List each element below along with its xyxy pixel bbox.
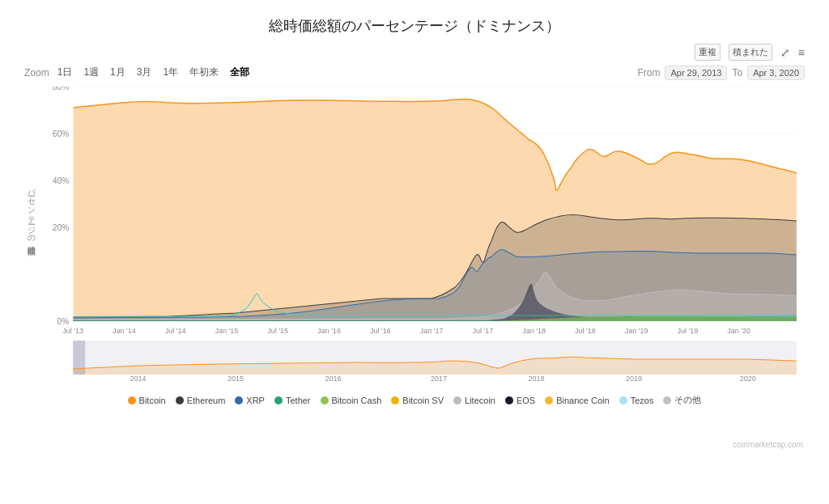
svg-text:Jul '15: Jul '15 — [267, 327, 288, 335]
zoom-1m[interactable]: 1月 — [107, 65, 129, 80]
from-label: From — [637, 67, 660, 78]
legend-label: EOS — [517, 396, 535, 405]
svg-text:2015: 2015 — [227, 375, 244, 383]
legend-label: Binance Coin — [556, 396, 609, 405]
legend-label: Tezos — [631, 396, 654, 405]
svg-text:2016: 2016 — [325, 375, 341, 383]
legend-item[interactable]: Ethereum — [176, 396, 226, 405]
legend-label: XRP — [246, 396, 265, 405]
svg-text:Jul '14: Jul '14 — [165, 327, 186, 335]
svg-text:Jul '18: Jul '18 — [575, 327, 596, 335]
zoom-ytd[interactable]: 年初来 — [186, 65, 222, 80]
svg-text:2018: 2018 — [529, 375, 545, 383]
svg-text:0%: 0% — [57, 317, 70, 326]
svg-text:2014: 2014 — [130, 375, 146, 383]
legend-dot — [545, 396, 553, 404]
to-label: To — [732, 67, 742, 78]
svg-text:Jan '19: Jan '19 — [625, 327, 648, 335]
legend-dot — [619, 396, 627, 404]
expand-icon[interactable]: ⤢ — [780, 46, 790, 59]
svg-text:40%: 40% — [53, 176, 69, 185]
legend-label: Tether — [286, 396, 311, 405]
legend-dot — [274, 396, 283, 404]
chart-container: 総時価総額のパーセンテージ（ドミナンス） 重複 積まれた ⤢ ≡ Zoom 1日… — [0, 0, 829, 504]
menu-icon[interactable]: ≡ — [798, 46, 805, 59]
zoom-1y[interactable]: 1年 — [159, 65, 181, 80]
legend-dot — [128, 396, 136, 404]
svg-text:Jan '17: Jan '17 — [420, 327, 444, 335]
legend-item[interactable]: Tezos — [619, 396, 654, 405]
svg-text:Jan '16: Jan '16 — [317, 327, 341, 335]
legend-label: Bitcoin SV — [402, 396, 444, 405]
svg-text:Jul '13: Jul '13 — [62, 327, 83, 335]
stacked-button[interactable]: 積まれた — [729, 44, 772, 61]
legend-item[interactable]: Binance Coin — [545, 396, 609, 405]
legend-item[interactable]: Bitcoin SV — [391, 396, 444, 405]
svg-text:Jan '14: Jan '14 — [113, 327, 136, 335]
legend-label: その他 — [674, 394, 701, 406]
legend-label: Ethereum — [187, 396, 226, 405]
legend-item[interactable]: その他 — [663, 394, 701, 406]
legend-dot — [663, 396, 671, 404]
zoom-label: Zoom — [24, 67, 49, 78]
main-chart-area: パーセンテージの総時価総額 80% 60% 40% 20% 0% Jul '13… — [24, 87, 805, 337]
mini-chart-area: 2014 2015 2016 2017 2018 2019 2020 — [24, 341, 805, 383]
to-date[interactable]: Apr 3, 2020 — [747, 66, 805, 80]
chart-title: 総時価総額のパーセンテージ（ドミナンス） — [24, 16, 805, 36]
svg-text:60%: 60% — [53, 129, 69, 138]
legend-item[interactable]: Bitcoin Cash — [321, 396, 382, 405]
svg-text:Jan '20: Jan '20 — [727, 327, 750, 335]
main-chart-svg: 80% 60% 40% 20% 0% Jul '13 Jan '14 Jul '… — [40, 87, 805, 337]
type-button[interactable]: 重複 — [695, 44, 721, 61]
zoom-all[interactable]: 全部 — [227, 65, 253, 80]
legend-dot — [321, 396, 329, 404]
legend-label: Litecoin — [465, 396, 495, 405]
date-range: From Apr 29, 2013 To Apr 3, 2020 — [637, 66, 805, 80]
svg-text:2020: 2020 — [740, 375, 756, 383]
watermark: coinmarketcap.com — [733, 440, 803, 449]
svg-text:Jul '19: Jul '19 — [677, 327, 698, 335]
legend-item[interactable]: EOS — [505, 396, 535, 405]
svg-text:2017: 2017 — [431, 375, 447, 383]
legend: BitcoinEthereumXRPTetherBitcoin CashBitc… — [24, 389, 805, 408]
legend-item[interactable]: Tether — [274, 396, 311, 405]
legend-item[interactable]: Litecoin — [453, 396, 495, 405]
svg-text:80%: 80% — [53, 87, 69, 91]
svg-text:Jul '16: Jul '16 — [370, 327, 391, 335]
svg-text:Jul '17: Jul '17 — [472, 327, 493, 335]
chart-toolbar: 重複 積まれた ⤢ ≡ — [24, 44, 805, 61]
zoom-1w[interactable]: 1週 — [80, 65, 102, 80]
mini-chart-svg: 2014 2015 2016 2017 2018 2019 2020 — [40, 341, 805, 383]
legend-dot — [391, 396, 399, 404]
svg-text:2019: 2019 — [626, 375, 642, 383]
legend-dot — [453, 396, 461, 404]
svg-text:20%: 20% — [53, 223, 69, 232]
legend-label: Bitcoin — [139, 396, 166, 405]
zoom-3m[interactable]: 3月 — [134, 65, 155, 80]
legend-dot — [176, 396, 184, 404]
zoom-controls: Zoom 1日 1週 1月 3月 1年 年初来 全部 — [24, 65, 253, 80]
zoom-1d[interactable]: 1日 — [54, 65, 76, 80]
legend-dot — [505, 396, 513, 404]
y-axis-label: パーセンテージの総時価総額 — [24, 87, 37, 337]
svg-text:Jan '15: Jan '15 — [215, 327, 239, 335]
legend-label: Bitcoin Cash — [332, 396, 382, 405]
chart-controls: Zoom 1日 1週 1月 3月 1年 年初来 全部 From Apr 29, … — [24, 65, 805, 80]
legend-dot — [235, 396, 243, 404]
legend-item[interactable]: Bitcoin — [128, 396, 166, 405]
legend-item[interactable]: XRP — [235, 396, 265, 405]
svg-text:Jan '18: Jan '18 — [522, 327, 546, 335]
from-date[interactable]: Apr 29, 2013 — [665, 66, 727, 80]
